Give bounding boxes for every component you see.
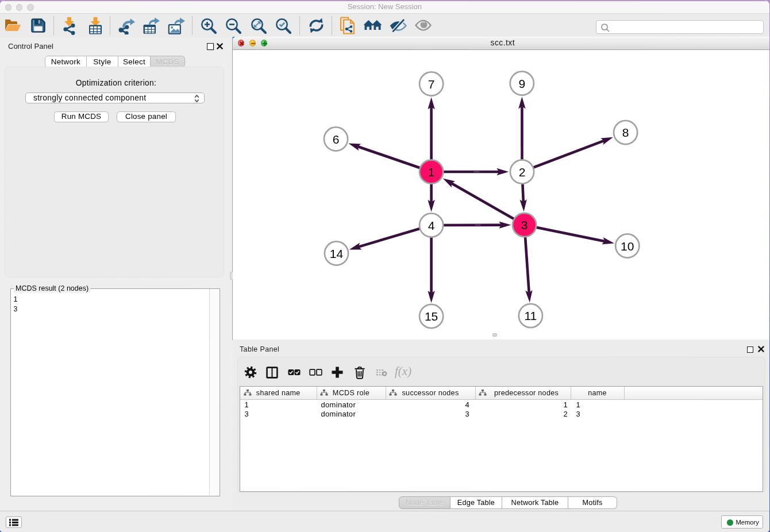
svg-text:4: 4 [428,219,435,232]
svg-text:15: 15 [425,310,438,323]
svg-text:3: 3 [521,218,528,232]
svg-text:10: 10 [621,240,634,253]
svg-text:2: 2 [519,165,526,179]
svg-text:14: 14 [330,247,344,260]
svg-text:6: 6 [333,133,340,146]
svg-text:8: 8 [622,126,629,139]
svg-text:9: 9 [518,77,525,90]
svg-text:1: 1 [428,165,435,179]
svg-text:11: 11 [524,309,537,322]
svg-text:7: 7 [428,78,435,91]
